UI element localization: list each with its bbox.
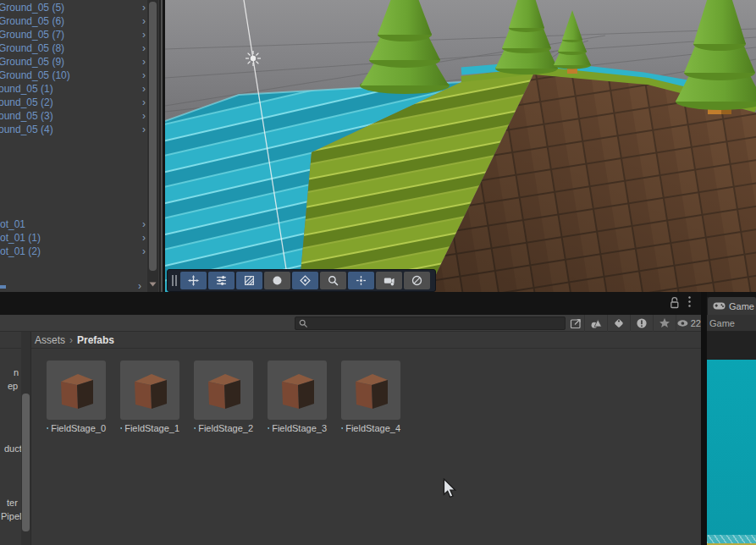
folder-name-fragment[interactable]: Pipel bbox=[1, 511, 21, 521]
panel-divider[interactable] bbox=[701, 292, 707, 545]
panel-divider[interactable] bbox=[159, 0, 165, 292]
asset-name[interactable]: FieldStage_4 bbox=[345, 423, 400, 433]
folder-name-fragment[interactable]: ter bbox=[7, 498, 18, 508]
hierarchy-item[interactable]: ot_01 (1) › bbox=[0, 231, 147, 245]
chevron-right-icon[interactable]: › bbox=[138, 280, 141, 292]
prefab-thumbnail[interactable] bbox=[194, 361, 253, 420]
hierarchy-item[interactable]: Ground_05 (9) › bbox=[0, 55, 147, 69]
hierarchy-item-label[interactable]: Ground_05 (10) bbox=[0, 69, 70, 81]
camera-button[interactable] bbox=[376, 272, 402, 289]
hierarchy-item-label[interactable]: ound_05 (1) bbox=[0, 83, 53, 95]
prefab-thumbnail[interactable] bbox=[268, 361, 327, 420]
kebab-menu-icon[interactable] bbox=[687, 295, 692, 308]
tab-game[interactable]: Game bbox=[708, 297, 756, 315]
breadcrumb-current[interactable]: Prefabs bbox=[77, 334, 114, 346]
breadcrumb-root[interactable]: Assets bbox=[35, 334, 65, 346]
asset-item[interactable]: FieldStage_1 bbox=[120, 361, 179, 433]
compass-button[interactable] bbox=[404, 272, 430, 289]
hierarchy-item-label[interactable]: ound_05 (3) bbox=[0, 110, 53, 122]
folder-name-fragment[interactable]: n bbox=[14, 367, 19, 377]
chevron-right-icon[interactable]: › bbox=[142, 42, 146, 54]
asset-item[interactable]: FieldStage_3 bbox=[268, 361, 327, 433]
scrollbar-thumb[interactable] bbox=[22, 394, 30, 531]
chevron-right-icon[interactable]: › bbox=[142, 218, 146, 230]
move-tool-button[interactable] bbox=[180, 272, 207, 289]
filter-by-type-button[interactable] bbox=[584, 315, 607, 332]
hierarchy-item[interactable]: ot_01 (2) › bbox=[0, 245, 147, 258]
prefab-thumbnail[interactable] bbox=[120, 361, 179, 420]
hierarchy-item[interactable]: ound_05 (1) › bbox=[0, 82, 147, 96]
hierarchy-item-label[interactable]: Ground_05 (7) bbox=[0, 29, 64, 41]
toolbar-drag-handle[interactable] bbox=[170, 273, 179, 288]
hierarchy-item[interactable]: Ground_05 (10) › bbox=[0, 69, 147, 82]
hierarchy-scrollbar[interactable] bbox=[147, 0, 158, 292]
chevron-right-icon[interactable]: › bbox=[142, 110, 146, 122]
hierarchy-item-label[interactable]: ot_01 (2) bbox=[0, 245, 41, 257]
asset-name[interactable]: FieldStage_0 bbox=[51, 423, 106, 433]
chevron-right-icon[interactable]: › bbox=[142, 69, 146, 81]
center-view-button[interactable] bbox=[348, 272, 374, 289]
chevron-right-icon[interactable]: › bbox=[142, 232, 146, 244]
prefab-thumbnail[interactable] bbox=[47, 361, 106, 420]
scene-search-button[interactable] bbox=[320, 272, 346, 289]
asset-label-row[interactable]: FieldStage_2 bbox=[194, 423, 253, 433]
asset-label-row[interactable]: FieldStage_4 bbox=[341, 423, 400, 433]
column-divider[interactable] bbox=[30, 332, 31, 545]
chevron-right-icon[interactable]: › bbox=[142, 29, 146, 41]
scroll-down-arrow-icon[interactable] bbox=[149, 282, 157, 287]
hierarchy-item[interactable]: ound_05 (2) › bbox=[0, 96, 147, 109]
game-view-dropdown[interactable]: Game bbox=[707, 318, 735, 328]
favorites-button[interactable] bbox=[653, 315, 676, 332]
hierarchy-item[interactable]: Ground_05 (5) › bbox=[0, 1, 147, 14]
prefab-thumbnail[interactable] bbox=[341, 361, 400, 420]
chevron-right-icon[interactable]: › bbox=[142, 124, 146, 135]
project-search-field[interactable] bbox=[295, 317, 566, 330]
chevron-right-icon[interactable]: › bbox=[142, 15, 146, 27]
chevron-right-icon[interactable]: › bbox=[142, 56, 146, 68]
hierarchy-item-label[interactable]: Ground_05 (5) bbox=[0, 2, 64, 14]
open-in-search-button[interactable] bbox=[566, 315, 584, 332]
hierarchy-item[interactable]: ound_05 (3) › bbox=[0, 109, 147, 123]
tool-settings-button[interactable] bbox=[208, 272, 235, 289]
folder-name-fragment[interactable]: ep bbox=[8, 381, 18, 391]
search-input[interactable] bbox=[312, 318, 561, 328]
asset-label-row[interactable]: FieldStage_1 bbox=[120, 423, 179, 433]
hidden-count-toggle[interactable]: 22 bbox=[676, 315, 701, 332]
asset-name[interactable]: FieldStage_1 bbox=[124, 423, 179, 433]
gizmo-diamond-button[interactable] bbox=[292, 272, 318, 289]
hierarchy-item-label[interactable]: ound_05 (4) bbox=[0, 124, 53, 135]
lock-open-icon[interactable] bbox=[669, 296, 681, 309]
sun-light-gizmo[interactable] bbox=[246, 51, 261, 66]
chevron-right-icon[interactable]: › bbox=[142, 245, 146, 257]
hierarchy-item-label[interactable]: Ground_05 (9) bbox=[0, 56, 64, 68]
asset-name[interactable]: FieldStage_2 bbox=[198, 423, 253, 433]
game-viewport[interactable] bbox=[707, 332, 756, 545]
hierarchy-item[interactable]: Ground_05 (8) › bbox=[0, 41, 147, 55]
brush-circle-button[interactable] bbox=[264, 272, 290, 289]
hierarchy-item-label[interactable]: Ground_05 (8) bbox=[0, 42, 64, 54]
hierarchy-item[interactable]: Ground_05 (7) › bbox=[0, 28, 147, 41]
hierarchy-item-label[interactable]: ot_01 (1) bbox=[0, 232, 41, 244]
scrollbar-thumb[interactable] bbox=[149, 2, 157, 271]
asset-item[interactable]: FieldStage_4 bbox=[341, 361, 400, 433]
asset-item[interactable]: FieldStage_0 bbox=[47, 361, 106, 433]
alert-button[interactable] bbox=[630, 315, 653, 332]
chevron-right-icon[interactable]: › bbox=[142, 83, 146, 95]
folder-tree-scrollbar[interactable] bbox=[21, 332, 30, 545]
hierarchy-item[interactable]: ound_05 (4) › bbox=[0, 123, 147, 136]
hierarchy-item-label[interactable]: ound_05 (2) bbox=[0, 96, 53, 108]
asset-label-row[interactable]: FieldStage_3 bbox=[268, 423, 327, 433]
chevron-right-icon[interactable]: › bbox=[142, 2, 146, 14]
asset-label-row[interactable]: FieldStage_0 bbox=[47, 423, 106, 433]
hierarchy-item-label[interactable]: ot_01 bbox=[0, 218, 25, 230]
folder-name-fragment[interactable]: duct bbox=[4, 443, 21, 454]
hierarchy-item-partial[interactable] bbox=[0, 285, 6, 289]
hierarchy-item[interactable]: ot_01 › bbox=[0, 217, 147, 231]
scene-view[interactable] bbox=[165, 0, 756, 292]
grid-paint-button[interactable] bbox=[236, 272, 262, 289]
filter-by-label-button[interactable] bbox=[607, 315, 630, 332]
hierarchy-item[interactable]: Ground_05 (6) › bbox=[0, 14, 147, 28]
chevron-right-icon[interactable]: › bbox=[142, 96, 146, 108]
asset-name[interactable]: FieldStage_3 bbox=[272, 423, 327, 433]
hierarchy-item-label[interactable]: Ground_05 (6) bbox=[0, 15, 64, 27]
